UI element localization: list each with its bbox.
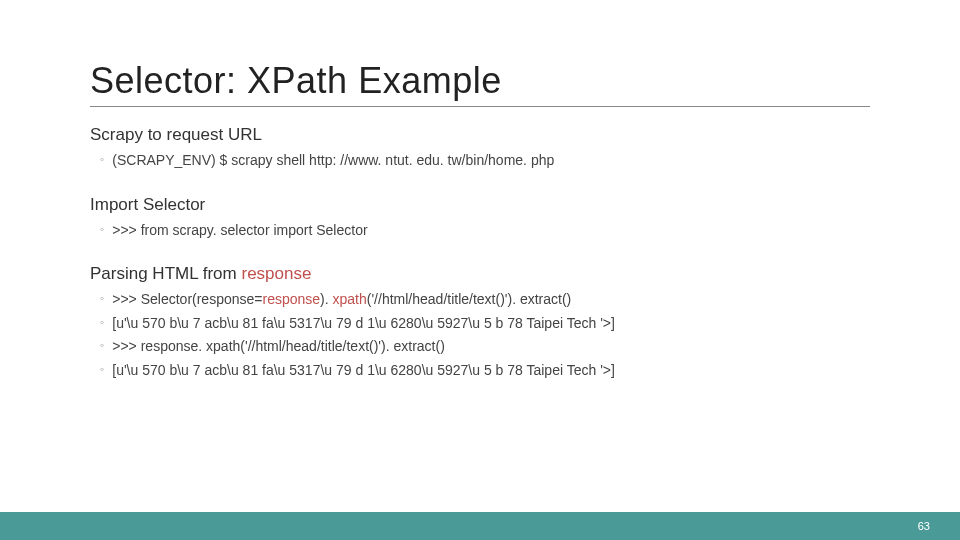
bullet-item: ◦ >>> response. xpath('//html/head/title… [100,337,870,357]
bullet-text: >>> response. xpath('//html/head/title/t… [112,337,445,357]
bullet-icon: ◦ [100,221,104,238]
bullet-icon: ◦ [100,361,104,378]
page-number: 63 [918,520,930,532]
slide-title: Selector: XPath Example [90,60,870,102]
bullet-item: ◦ >>> from scrapy. selector import Selec… [100,221,870,241]
bullet-icon: ◦ [100,151,104,168]
section-import-selector: Import Selector ◦ >>> from scrapy. selec… [90,195,870,241]
bullet-text: (SCRAPY_ENV) $ scrapy shell http: //www.… [112,151,554,171]
bullet-text: [u'\u 570 b\u 7 acb\u 81 fa\u 5317\u 79 … [112,361,615,381]
bullet-item: ◦ [u'\u 570 b\u 7 acb\u 81 fa\u 5317\u 7… [100,361,870,381]
bullet-item: ◦ >>> Selector(response=response). xpath… [100,290,870,310]
bullet-icon: ◦ [100,290,104,307]
bullet-text: >>> Selector(response=response). xpath('… [112,290,571,310]
bullet-text: >>> from scrapy. selector import Selecto… [112,221,367,241]
bullet-icon: ◦ [100,337,104,354]
section-scrapy-request: Scrapy to request URL ◦ (SCRAPY_ENV) $ s… [90,125,870,171]
bullet-icon: ◦ [100,314,104,331]
section-heading: Parsing HTML from response [90,264,870,284]
section-heading: Scrapy to request URL [90,125,870,145]
bullet-text: [u'\u 570 b\u 7 acb\u 81 fa\u 5317\u 79 … [112,314,615,334]
section-parsing-html: Parsing HTML from response ◦ >>> Selecto… [90,264,870,380]
section-heading: Import Selector [90,195,870,215]
bullet-item: ◦ [u'\u 570 b\u 7 acb\u 81 fa\u 5317\u 7… [100,314,870,334]
footer-bar: 63 [0,512,960,540]
title-divider [90,106,870,107]
bullet-item: ◦ (SCRAPY_ENV) $ scrapy shell http: //ww… [100,151,870,171]
